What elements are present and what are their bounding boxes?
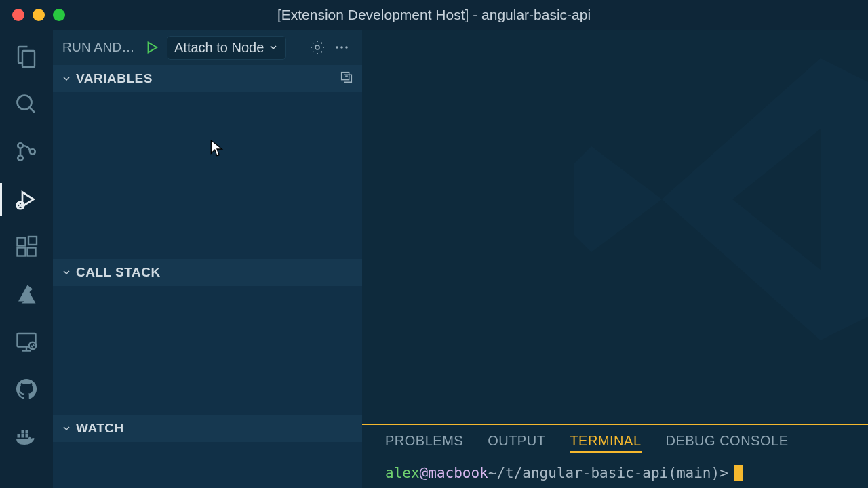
svg-rect-14 xyxy=(22,430,25,434)
svg-point-2 xyxy=(18,155,23,161)
terminal-user: alex xyxy=(385,465,420,481)
callstack-title: CALL STACK xyxy=(76,265,161,280)
run-debug-tab[interactable] xyxy=(10,183,43,216)
terminal-prompt: > xyxy=(719,465,728,481)
svg-rect-11 xyxy=(18,434,21,438)
variables-title: VARIABLES xyxy=(76,71,153,86)
variables-section: VARIABLES xyxy=(53,65,362,259)
svg-point-0 xyxy=(18,96,32,110)
variables-header[interactable]: VARIABLES xyxy=(53,65,362,92)
output-tab[interactable]: OUTPUT xyxy=(488,433,545,453)
svg-rect-6 xyxy=(18,248,26,256)
svg-rect-13 xyxy=(26,434,29,438)
activity-bar xyxy=(0,30,53,488)
chevron-down-icon xyxy=(61,423,72,434)
extensions-tab[interactable] xyxy=(10,230,43,263)
debug-sidebar: RUN AND … Attach to Node VARIABLES xyxy=(53,30,362,488)
svg-rect-8 xyxy=(28,237,37,245)
window-title: [Extension Development Host] - angular-b… xyxy=(277,7,591,23)
debug-config-label: Attach to Node xyxy=(174,40,264,56)
azure-tab[interactable] xyxy=(10,278,43,310)
terminal-path: ~/t/angular-basic-api xyxy=(488,465,669,481)
editor-area: PROBLEMS OUTPUT TERMINAL DEBUG CONSOLE a… xyxy=(362,30,868,488)
callstack-header[interactable]: CALL STACK xyxy=(53,259,362,286)
svg-rect-15 xyxy=(26,430,29,434)
github-tab[interactable] xyxy=(10,373,43,405)
close-window-button[interactable] xyxy=(12,9,24,21)
bottom-panel: PROBLEMS OUTPUT TERMINAL DEBUG CONSOLE a… xyxy=(362,424,868,488)
svg-point-17 xyxy=(336,46,338,49)
svg-rect-12 xyxy=(22,434,25,438)
svg-rect-7 xyxy=(28,248,36,256)
cursor-icon xyxy=(210,140,225,159)
callstack-body xyxy=(53,286,362,415)
watch-section: WATCH xyxy=(53,415,362,488)
chevron-down-icon xyxy=(61,73,72,84)
svg-point-16 xyxy=(315,45,319,49)
problems-tab[interactable]: PROBLEMS xyxy=(385,433,463,453)
watch-title: WATCH xyxy=(76,421,124,436)
variables-body xyxy=(53,92,362,259)
svg-point-1 xyxy=(18,143,23,148)
source-control-tab[interactable] xyxy=(10,136,43,168)
explorer-tab[interactable] xyxy=(10,41,43,73)
editor-background xyxy=(362,30,868,424)
svg-point-18 xyxy=(340,46,343,49)
debug-settings-button[interactable] xyxy=(307,37,328,58)
terminal-at: @ xyxy=(420,465,429,481)
chevron-down-icon xyxy=(268,42,279,53)
sidebar-title: RUN AND … xyxy=(62,40,137,55)
start-debugging-button[interactable] xyxy=(142,38,161,57)
debug-console-tab[interactable]: DEBUG CONSOLE xyxy=(666,433,789,453)
minimize-window-button[interactable] xyxy=(33,9,45,21)
search-tab[interactable] xyxy=(10,88,43,121)
traffic-lights xyxy=(0,9,65,21)
watch-body xyxy=(53,442,362,488)
collapse-all-button[interactable] xyxy=(339,70,354,87)
vscode-logo-icon xyxy=(556,30,868,375)
panel-tabs: PROBLEMS OUTPUT TERMINAL DEBUG CONSOLE xyxy=(362,425,868,458)
maximize-window-button[interactable] xyxy=(53,9,65,21)
sidebar-header: RUN AND … Attach to Node xyxy=(53,30,362,65)
terminal-content[interactable]: alex@macbook ~/t/angular-basic-api (main… xyxy=(362,458,868,488)
watch-header[interactable]: WATCH xyxy=(53,415,362,442)
chevron-down-icon xyxy=(61,267,72,278)
terminal-tab[interactable]: TERMINAL xyxy=(570,433,641,453)
docker-tab[interactable] xyxy=(10,420,43,453)
terminal-branch: (main) xyxy=(668,465,719,481)
callstack-section: CALL STACK xyxy=(53,259,362,415)
terminal-cursor xyxy=(734,465,743,481)
remote-explorer-tab[interactable] xyxy=(10,325,43,358)
svg-point-19 xyxy=(345,46,348,49)
titlebar: [Extension Development Host] - angular-b… xyxy=(0,0,868,30)
more-actions-button[interactable] xyxy=(331,37,353,58)
debug-config-picker[interactable]: Attach to Node xyxy=(167,36,286,60)
terminal-host: macbook xyxy=(428,465,488,481)
svg-rect-5 xyxy=(18,238,26,246)
